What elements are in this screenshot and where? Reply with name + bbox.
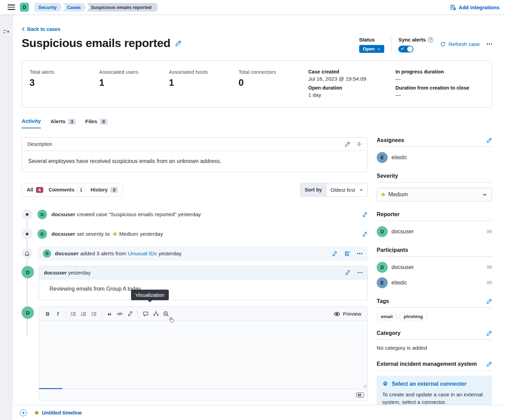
edit-title-pencil-icon[interactable] xyxy=(175,40,181,46)
italic-button[interactable]: I xyxy=(53,309,63,319)
event-username: docsuser xyxy=(51,231,75,237)
timeline-comment-button[interactable] xyxy=(140,309,151,319)
copy-link-icon[interactable] xyxy=(362,231,368,237)
email-icon[interactable]: ✉ xyxy=(487,279,492,287)
severity-select[interactable]: Medium xyxy=(377,188,492,201)
status-label: Status xyxy=(359,37,385,43)
markdown-editor-panel: Visualization B I xyxy=(39,306,368,401)
collapse-description-icon[interactable] xyxy=(356,141,362,147)
copy-link-icon[interactable] xyxy=(332,251,338,257)
status-open-button[interactable]: Open xyxy=(359,45,385,53)
check-icon xyxy=(401,47,404,50)
user-comment: D docsuser yesterday xyxy=(22,266,368,300)
menu-icon[interactable] xyxy=(8,4,15,10)
participants-title: Participants xyxy=(377,247,408,253)
add-timeline-icon[interactable]: + xyxy=(20,409,27,416)
back-to-cases-link[interactable]: Back to cases xyxy=(22,26,60,32)
bell-icon xyxy=(22,248,33,259)
chevron-down-icon xyxy=(377,47,380,51)
cases-connector-button[interactable] xyxy=(151,309,161,319)
edit-category-pencil-icon[interactable] xyxy=(486,330,492,336)
breadcrumb-security[interactable]: Security xyxy=(34,3,62,12)
unordered-list-button[interactable] xyxy=(68,309,79,319)
add-integrations-icon xyxy=(450,4,456,10)
copy-link-icon[interactable] xyxy=(345,270,351,276)
top-navigation-bar: D Security Cases Suspicious emails repor… xyxy=(0,0,505,14)
comment-textarea[interactable] xyxy=(39,321,367,389)
event-username: docsuser xyxy=(51,211,75,218)
tag-badge: phishing xyxy=(400,313,427,320)
bold-button[interactable]: B xyxy=(43,309,53,319)
refresh-case-button[interactable]: Refresh case xyxy=(440,41,480,47)
filter-comments[interactable]: Comments 1 xyxy=(49,187,85,193)
email-icon[interactable]: ✉ xyxy=(487,228,492,235)
task-list-button[interactable] xyxy=(89,309,99,319)
avatar: D xyxy=(22,266,34,278)
case-actions-more-icon[interactable] xyxy=(487,43,492,45)
mouse-pointer-icon xyxy=(169,317,174,323)
avatar: D xyxy=(377,262,388,273)
preview-button[interactable]: Preview xyxy=(334,311,361,317)
reporter-name: docsuser xyxy=(391,229,414,235)
edit-connector-pencil-icon[interactable] xyxy=(486,361,492,367)
comment-time: yesterday xyxy=(68,270,91,276)
severity-medium-dot xyxy=(381,193,385,196)
case-header-controls: Status Open Sync alerts ? xyxy=(359,36,492,53)
case-dates-column: Case created Jul 16, 2023 @ 19:54:09 Ope… xyxy=(308,69,395,101)
comment-panel: docsuser yesterday Re xyxy=(39,266,368,300)
metric-total-alerts: Total alerts 3 xyxy=(30,69,99,101)
activity-timeline: D docsuser created case "Suspicious emai… xyxy=(22,207,368,416)
alert-actions-more-icon[interactable] xyxy=(357,253,363,254)
ordered-list-button[interactable] xyxy=(79,309,89,319)
alerts-added-row: D docsuser added 3 alerts from Unusual I… xyxy=(37,246,368,261)
external-system-title: External incident management system xyxy=(377,361,477,367)
sync-alerts-toggle[interactable] xyxy=(398,46,413,52)
category-section: Category No category is added xyxy=(377,330,492,351)
filter-history[interactable]: History 3 xyxy=(91,187,118,193)
sort-order-select[interactable]: Oldest first xyxy=(326,183,367,196)
metric-associated-users: Associated users 1 xyxy=(99,69,169,101)
filter-all[interactable]: All 4 xyxy=(27,187,43,193)
unusual-ids-link[interactable]: Unusual IDs xyxy=(128,250,156,257)
edit-description-pencil-icon[interactable] xyxy=(345,141,350,147)
assignees-section: Assignees E elastic xyxy=(377,137,492,163)
code-button[interactable]: </> xyxy=(115,309,125,319)
help-question-icon[interactable]: ? xyxy=(428,37,433,43)
breadcrumb-cases[interactable]: Cases xyxy=(63,3,86,12)
metric-total-connectors: Total connectors 0 xyxy=(238,69,308,101)
copy-link-icon[interactable] xyxy=(362,212,368,218)
select-external-connector-link[interactable]: Select an external connector xyxy=(382,381,486,387)
markdown-icon[interactable]: M↓ xyxy=(356,393,364,397)
add-integrations-button[interactable]: Add integrations xyxy=(450,4,500,10)
category-empty-text: No category is added xyxy=(377,345,492,351)
avatar: D xyxy=(37,210,47,219)
visualization-tooltip: Visualization xyxy=(131,290,169,300)
quote-button[interactable]: “ xyxy=(104,309,115,319)
resize-handle[interactable] xyxy=(363,384,366,388)
comments-count-badge: 1 xyxy=(77,187,85,193)
tab-activity[interactable]: Activity xyxy=(22,118,41,128)
severity-section: Severity Medium xyxy=(377,173,492,201)
tab-files[interactable]: Files 0 xyxy=(85,118,107,128)
activity-event-severity: D docsuser set severity to Medium yester… xyxy=(22,226,368,242)
investigate-in-timeline-icon[interactable] xyxy=(344,251,350,257)
activity-filter-row: All 4 Comments 1 History 3 Sort by xyxy=(22,183,368,197)
tab-alerts[interactable]: Alerts 3 xyxy=(50,118,75,128)
untitled-timeline-link[interactable]: Untitled timeline xyxy=(42,410,82,416)
email-icon[interactable]: ✉ xyxy=(487,264,492,271)
expand-flyout-icon[interactable] xyxy=(3,29,9,34)
visualization-button[interactable] xyxy=(161,309,171,319)
tags-section: Tags email phishing xyxy=(377,298,492,320)
comment-actions-more-icon[interactable] xyxy=(357,272,363,273)
tags-title: Tags xyxy=(377,298,389,304)
space-avatar[interactable]: D xyxy=(20,3,29,12)
reporter-row: D docsuser ✉ xyxy=(377,226,492,237)
sort-control: Sort by Oldest first xyxy=(300,183,368,197)
edit-tags-pencil-icon[interactable] xyxy=(486,299,492,304)
link-button[interactable] xyxy=(125,309,135,319)
reporter-section: Reporter D docsuser ✉ xyxy=(377,211,492,237)
refresh-icon xyxy=(440,42,446,47)
participant-name: elastic xyxy=(391,280,407,286)
event-text: set severity to xyxy=(77,231,110,237)
edit-assignees-pencil-icon[interactable] xyxy=(486,138,492,143)
